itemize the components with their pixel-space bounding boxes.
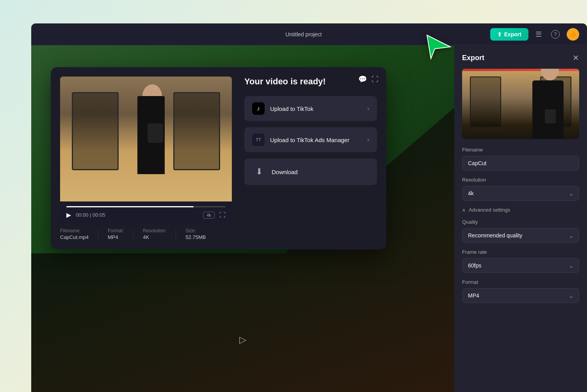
tiktok-ads-icon: TT <box>252 134 265 146</box>
resolution-field-label: Resolution <box>462 177 579 183</box>
export-panel-title-text: Export <box>462 54 484 62</box>
frame-rate-field-group: Frame rate 60fps <box>462 249 579 273</box>
total-time-value: 00:05 <box>92 212 105 218</box>
current-time: 00:00 | 00:05 <box>76 212 105 218</box>
video-preview-image <box>60 77 232 201</box>
resolution-label: Resolution: <box>143 228 166 233</box>
filename-field-label: Filename <box>462 147 579 153</box>
export-thumbnail <box>462 69 579 139</box>
video-ready-panel: Your video is ready! ♪ Upload to TikTok … <box>232 77 377 240</box>
backpack <box>148 123 163 143</box>
filename-value: CapCut.mp4 <box>60 234 89 240</box>
filename-label: Filename: <box>60 228 89 233</box>
close-icon: ✕ <box>573 53 579 62</box>
menu-icon: ☰ <box>535 30 542 38</box>
resolution-select[interactable]: 4k <box>462 186 579 201</box>
quality-select-wrapper: Recommended quality <box>462 228 579 243</box>
quality-select[interactable]: Recommended quality <box>462 228 579 243</box>
cursor-arrow <box>423 31 454 64</box>
main-content: ▷ 💬 ⛶ <box>31 45 587 392</box>
info-size: Size: 52.75MB <box>185 228 206 240</box>
download-button[interactable]: ⬇ Download <box>244 159 377 185</box>
video-info: Filename: CapCut.mp4 Format: MP4 Resolut… <box>60 223 232 240</box>
top-bar: Untitled project ⬆ Export ☰ ? 🔶 <box>31 23 587 45</box>
current-time-value: 00:00 <box>76 212 89 218</box>
arrow-right-icon-1: › <box>367 105 369 112</box>
train-door-left <box>72 92 119 170</box>
download-icon-wrapper: ⬇ <box>252 165 266 179</box>
size-label: Size: <box>185 228 206 233</box>
frame-rate-select[interactable]: 60fps <box>462 258 579 273</box>
info-divider-1 <box>98 230 98 239</box>
format-field-label: Format <box>462 279 579 285</box>
close-export-panel-button[interactable]: ✕ <box>573 53 579 62</box>
info-divider-3 <box>176 230 176 239</box>
tiktok-ads-logo: TT <box>256 137 261 142</box>
project-title: Untitled project <box>285 31 322 37</box>
resolution-select-wrapper: 4k <box>462 186 579 201</box>
expand-icon: ⛶ <box>372 75 379 83</box>
tiktok-icon: ♪ <box>252 102 265 115</box>
help-icon: ? <box>551 30 560 39</box>
advanced-settings-label: Advanced settings <box>469 207 510 213</box>
modal-header-icons: 💬 ⛶ <box>358 75 379 84</box>
canvas-area: ▷ 💬 ⛶ <box>31 45 454 392</box>
user-avatar-button[interactable]: 🔶 <box>567 28 579 41</box>
tiktok-logo: ♪ <box>257 105 260 112</box>
format-field-group: Format MP4 <box>462 279 579 303</box>
export-thumb-image <box>462 69 579 139</box>
canvas-play-button[interactable]: ▷ <box>239 334 246 345</box>
collapse-icon: ∧ <box>462 207 466 213</box>
train-door-right <box>173 92 220 170</box>
progress-fill <box>66 206 194 207</box>
info-divider-2 <box>133 230 133 239</box>
quality-badge: 4k <box>203 212 215 219</box>
play-icon: ▷ <box>239 334 246 345</box>
video-ready-title: Your video is ready! <box>244 77 377 87</box>
format-value: MP4 <box>108 234 124 240</box>
info-format: Format: MP4 <box>108 228 124 240</box>
export-button-label: Export <box>504 31 521 37</box>
size-value: 52.75MB <box>185 234 206 240</box>
download-label: Download <box>272 169 298 175</box>
fullscreen-button[interactable]: ⛶ <box>219 212 226 219</box>
export-thumb-red-stripe <box>462 69 579 71</box>
top-bar-actions: ⬆ Export ☰ ? 🔶 <box>490 28 579 41</box>
export-thumb-backpack <box>545 109 556 123</box>
avatar-icon: 🔶 <box>569 31 576 37</box>
format-label: Format: <box>108 228 124 233</box>
modal-body: ▶ 00:00 | 00:05 4k ⛶ <box>60 77 377 240</box>
format-select-wrapper: MP4 <box>462 288 579 303</box>
fullscreen-icon: ⛶ <box>219 212 226 218</box>
filename-input[interactable] <box>462 156 579 171</box>
upload-tiktok-ads-button[interactable]: TT Upload to TikTok Ads Manager › <box>244 127 377 152</box>
play-button[interactable]: ▶ <box>66 211 71 219</box>
advanced-settings-toggle[interactable]: ∧ Advanced settings <box>462 207 579 213</box>
format-select[interactable]: MP4 <box>462 288 579 303</box>
frame-rate-select-wrapper: 60fps <box>462 258 579 273</box>
info-filename: Filename: CapCut.mp4 <box>60 228 89 240</box>
export-panel-header: Export ✕ <box>462 53 579 62</box>
export-thumb-door-left <box>470 77 501 127</box>
fullscreen-icon-button[interactable]: ⛶ <box>372 75 379 84</box>
export-up-icon: ⬆ <box>497 31 502 37</box>
controls-row: ▶ 00:00 | 00:05 4k ⛶ <box>66 211 226 219</box>
info-resolution: Resolution: 4K <box>143 228 166 240</box>
export-modal: 💬 ⛶ <box>51 67 386 249</box>
app-window: Untitled project ⬆ Export ☰ ? 🔶 ▷ <box>31 23 587 392</box>
video-preview: ▶ 00:00 | 00:05 4k ⛶ <box>60 77 232 223</box>
upload-tiktok-ads-label: Upload to TikTok Ads Manager <box>270 137 349 143</box>
resolution-value: 4K <box>143 234 166 240</box>
upload-tiktok-button[interactable]: ♪ Upload to TikTok › <box>244 96 377 121</box>
menu-icon-button[interactable]: ☰ <box>533 28 544 41</box>
frame-rate-field-label: Frame rate <box>462 249 579 255</box>
help-icon-button[interactable]: ? <box>549 28 562 41</box>
arrow-right-icon-2: › <box>367 136 369 143</box>
download-icon: ⬇ <box>256 167 263 177</box>
feedback-icon: 💬 <box>358 75 367 83</box>
filename-field-group: Filename <box>462 147 579 171</box>
export-button[interactable]: ⬆ Export <box>490 28 528 41</box>
progress-bar[interactable] <box>66 206 226 207</box>
export-settings-panel: Export ✕ Filen <box>454 45 587 392</box>
feedback-icon-button[interactable]: 💬 <box>358 75 367 84</box>
